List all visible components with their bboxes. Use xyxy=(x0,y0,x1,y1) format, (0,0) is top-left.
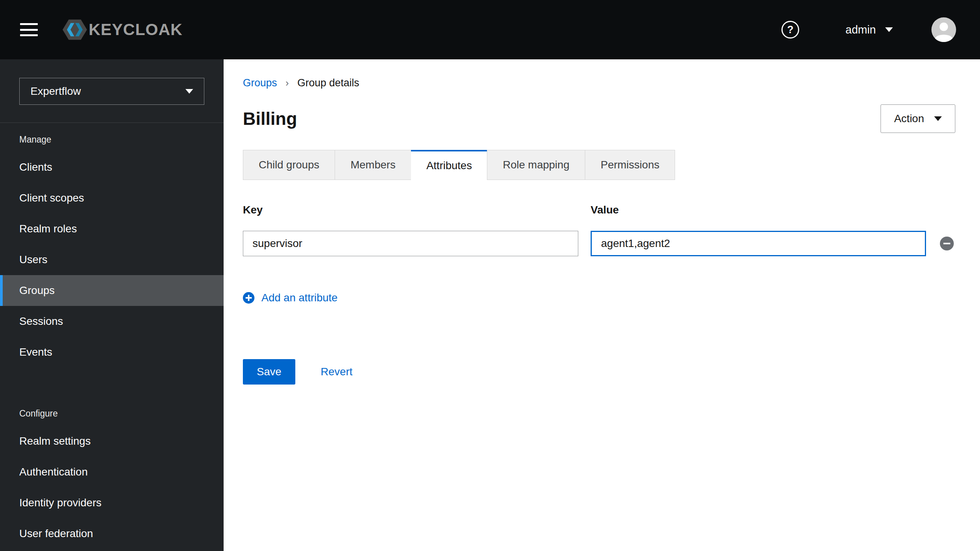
action-dropdown-label: Action xyxy=(894,113,924,125)
keycloak-brand: KEYCLOAK xyxy=(62,18,183,41)
tab-attributes[interactable]: Attributes xyxy=(411,150,487,180)
avatar[interactable] xyxy=(931,17,956,42)
tab-members[interactable]: Members xyxy=(335,150,411,180)
remove-attribute-button[interactable] xyxy=(938,235,955,252)
sidebar-item-realm-settings[interactable]: Realm settings xyxy=(0,426,224,457)
main-content: Groups › Group details Billing Action Ch… xyxy=(224,59,980,551)
sidebar-item-user-federation[interactable]: User federation xyxy=(0,518,224,549)
sidebar-item-client-scopes[interactable]: Client scopes xyxy=(0,183,224,213)
nav-section-configure: Configure Realm settings Authentication … xyxy=(0,397,224,549)
save-button[interactable]: Save xyxy=(243,359,295,385)
sidebar-item-realm-roles[interactable]: Realm roles xyxy=(0,213,224,244)
help-icon[interactable]: ? xyxy=(781,21,799,39)
chevron-down-icon xyxy=(934,116,942,121)
realm-selector-value: Expertflow xyxy=(30,85,81,97)
minus-circle-icon xyxy=(940,237,954,250)
masthead: KEYCLOAK ? admin xyxy=(0,0,980,59)
nav-section-manage: Manage Clients Client scopes Realm roles… xyxy=(0,123,224,368)
add-attribute-label: Add an attribute xyxy=(261,292,338,304)
sidebar-item-clients[interactable]: Clients xyxy=(0,152,224,183)
realm-selector[interactable]: Expertflow xyxy=(19,78,204,105)
sidebar: Expertflow Manage Clients Client scopes … xyxy=(0,59,224,551)
masthead-right: ? admin xyxy=(781,17,956,42)
attributes-grid: Key Value xyxy=(243,204,955,256)
attributes-value-header: Value xyxy=(591,204,926,216)
tab-child-groups[interactable]: Child groups xyxy=(243,150,335,180)
breadcrumb-separator: › xyxy=(286,77,289,89)
revert-button[interactable]: Revert xyxy=(321,366,352,378)
attribute-key-input[interactable] xyxy=(243,231,578,256)
user-menu-dropdown[interactable]: admin xyxy=(845,24,893,36)
section-label-configure: Configure xyxy=(0,408,224,426)
page-title: Billing xyxy=(243,108,297,129)
attribute-value-input[interactable] xyxy=(591,231,926,256)
sidebar-item-events[interactable]: Events xyxy=(0,337,224,368)
add-attribute-button[interactable]: Add an attribute xyxy=(243,292,338,304)
attributes-key-header: Key xyxy=(243,204,578,216)
keycloak-logo-icon xyxy=(62,18,87,41)
plus-circle-icon xyxy=(243,292,254,304)
sidebar-item-users[interactable]: Users xyxy=(0,244,224,275)
tab-permissions[interactable]: Permissions xyxy=(585,150,675,180)
breadcrumb-current: Group details xyxy=(297,77,359,89)
hamburger-menu-icon[interactable] xyxy=(20,23,38,36)
chevron-down-icon xyxy=(885,27,893,32)
form-actions: Save Revert xyxy=(243,359,955,385)
sidebar-item-sessions[interactable]: Sessions xyxy=(0,306,224,337)
sidebar-item-authentication[interactable]: Authentication xyxy=(0,457,224,487)
sidebar-item-identity-providers[interactable]: Identity providers xyxy=(0,487,224,518)
sidebar-item-groups[interactable]: Groups xyxy=(0,275,224,306)
tabs: Child groups Members Attributes Role map… xyxy=(243,150,955,180)
brand-text: KEYCLOAK xyxy=(89,20,183,39)
section-label-manage: Manage xyxy=(0,134,224,152)
breadcrumb-link-groups[interactable]: Groups xyxy=(243,77,277,89)
tab-role-mapping[interactable]: Role mapping xyxy=(487,150,585,180)
user-menu-label: admin xyxy=(845,24,876,36)
title-row: Billing Action xyxy=(243,104,955,133)
breadcrumb: Groups › Group details xyxy=(243,77,955,89)
chevron-down-icon xyxy=(185,89,193,94)
action-dropdown-button[interactable]: Action xyxy=(881,104,955,133)
